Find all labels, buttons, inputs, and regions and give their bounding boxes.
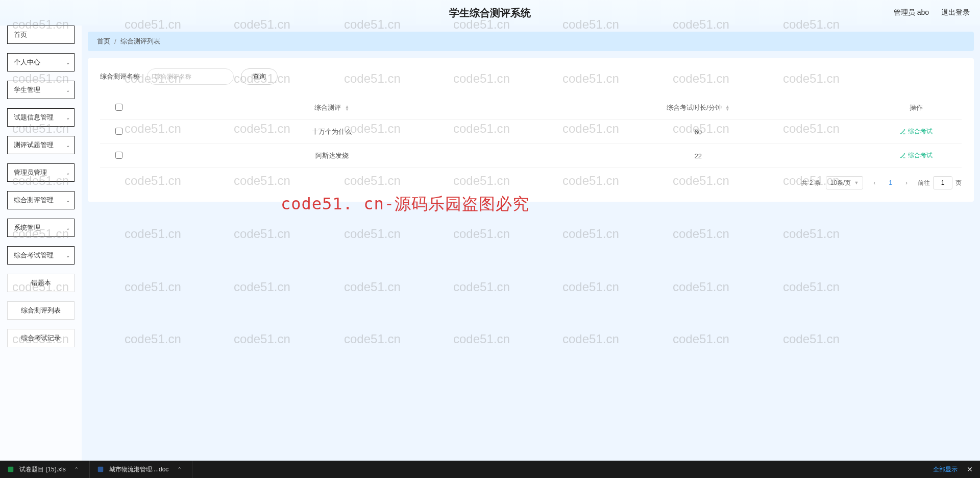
chevron-down-icon: ⌄ (66, 60, 70, 65)
app-window: 学生综合测评系统 管理员 abo 退出登录 首页个人中心⌄学生管理⌄试题信息管理… (0, 0, 980, 461)
sidebar-item-label: 综合测评列表 (21, 306, 61, 315)
sidebar-item-0[interactable]: 首页 (7, 26, 75, 44)
data-table: 综合测评 ▲▼ 综合考试时长/分钟 ▲▼ 操作 十万个为什么60综合考试阿斯达发… (100, 96, 962, 168)
sort-icon[interactable]: ▲▼ (725, 105, 729, 111)
select-all-checkbox[interactable] (115, 104, 122, 111)
sidebar-item-label: 综合考试记录 (21, 333, 61, 343)
taskbar-file-label: 城市物流港管理....doc (109, 465, 169, 474)
page-current[interactable]: 1 (886, 179, 895, 186)
sidebar[interactable]: 首页个人中心⌄学生管理⌄试题信息管理⌄测评试题管理⌄管理员管理⌄综合测评管理⌄系… (0, 26, 82, 461)
admin-label[interactable]: 管理员 abo (894, 8, 929, 17)
search-row: 综合测评名称 查询 (100, 68, 962, 85)
col-duration[interactable]: 综合考试时长/分钟 (667, 104, 722, 111)
cell-name: 阿斯达发烧 (138, 144, 526, 168)
taskbar-file-1[interactable]: 城市物流港管理....doc⌃ (90, 461, 193, 478)
chevron-down-icon: ⌄ (66, 198, 70, 203)
sidebar-item-7[interactable]: 系统管理⌄ (7, 219, 75, 237)
sidebar-item-10[interactable]: 综合测评列表 (7, 301, 75, 320)
sidebar-item-8[interactable]: 综合考试管理⌄ (7, 246, 75, 265)
sidebar-item-label: 个人中心 (14, 58, 40, 67)
pagination: 共 2 条 10条/页 ▼ ‹ 1 › 前往 页 (100, 168, 962, 192)
sidebar-item-2[interactable]: 学生管理⌄ (7, 81, 75, 99)
page-next[interactable]: › (900, 177, 913, 189)
sidebar-item-label: 综合测评管理 (14, 196, 54, 205)
chevron-down-icon: ▼ (854, 180, 859, 185)
row-checkbox[interactable] (115, 152, 122, 159)
sidebar-item-3[interactable]: 试题信息管理⌄ (7, 108, 75, 127)
taskbar-close-icon[interactable]: ✕ (967, 465, 973, 473)
chevron-down-icon: ⌄ (66, 170, 70, 176)
col-action: 操作 (910, 104, 923, 111)
chevron-down-icon: ⌄ (66, 115, 70, 121)
search-label: 综合测评名称 (100, 72, 140, 81)
sidebar-item-1[interactable]: 个人中心⌄ (7, 53, 75, 71)
col-name[interactable]: 综合测评 (314, 104, 341, 111)
sidebar-item-9[interactable]: 错题本 (7, 274, 75, 292)
breadcrumb-home[interactable]: 首页 (97, 37, 110, 46)
row-checkbox[interactable] (115, 128, 122, 135)
sidebar-item-5[interactable]: 管理员管理⌄ (7, 163, 75, 182)
sidebar-item-label: 综合考试管理 (14, 251, 54, 260)
page-prev[interactable]: ‹ (868, 177, 880, 189)
table-row: 十万个为什么60综合考试 (100, 120, 962, 144)
page-jump-input[interactable] (933, 176, 952, 189)
sidebar-item-label: 测评试题管理 (14, 140, 54, 150)
header-right: 管理员 abo 退出登录 (894, 8, 970, 17)
body: 首页个人中心⌄学生管理⌄试题信息管理⌄测评试题管理⌄管理员管理⌄综合测评管理⌄系… (0, 26, 980, 461)
taskbar-file-0[interactable]: 试卷题目 (15).xls⌃ (0, 461, 90, 478)
sidebar-item-label: 错题本 (31, 278, 51, 288)
sidebar-item-6[interactable]: 综合测评管理⌄ (7, 191, 75, 209)
page-size-select[interactable]: 10条/页 ▼ (826, 176, 864, 189)
sort-icon[interactable]: ▲▼ (345, 105, 349, 111)
breadcrumb: 首页 / 综合测评列表 (88, 32, 974, 51)
action-exam-link[interactable]: 综合考试 (900, 127, 933, 136)
sidebar-item-label: 试题信息管理 (14, 113, 54, 122)
search-button[interactable]: 查询 (241, 68, 278, 85)
search-input[interactable] (147, 68, 234, 85)
sidebar-item-label: 学生管理 (14, 85, 40, 94)
chevron-up-icon[interactable]: ⌃ (174, 466, 185, 473)
sidebar-item-label: 管理员管理 (14, 168, 47, 177)
breadcrumb-separator: / (114, 38, 116, 45)
table-row: 阿斯达发烧22综合考试 (100, 144, 962, 168)
chevron-down-icon: ⌄ (66, 87, 70, 93)
svg-rect-0 (8, 467, 14, 472)
page-jump: 前往 页 (918, 176, 962, 189)
cell-duration: 60 (526, 120, 870, 144)
logout-link[interactable]: 退出登录 (941, 8, 970, 17)
chevron-down-icon: ⌄ (66, 225, 70, 231)
svg-rect-1 (97, 467, 103, 472)
breadcrumb-current: 综合测评列表 (120, 37, 160, 46)
pagination-total: 共 2 条 (801, 179, 820, 187)
sidebar-item-label: 首页 (14, 30, 27, 39)
taskbar-file-label: 试卷题目 (15).xls (19, 465, 66, 474)
taskbar: 试卷题目 (15).xls⌃城市物流港管理....doc⌃ 全部显示 ✕ (0, 461, 980, 478)
sidebar-item-label: 系统管理 (14, 223, 40, 232)
cell-duration: 22 (526, 144, 870, 168)
sidebar-item-11[interactable]: 综合考试记录 (7, 329, 75, 347)
content-panel: 综合测评名称 查询 综合测评 ▲▼ 综合考试时长/分钟 (88, 58, 974, 202)
sidebar-item-4[interactable]: 测评试题管理⌄ (7, 136, 75, 154)
chevron-down-icon: ⌄ (66, 142, 70, 148)
header: 学生综合测评系统 管理员 abo 退出登录 (0, 0, 980, 26)
app-title: 学生综合测评系统 (449, 6, 531, 20)
main: 首页 / 综合测评列表 综合测评名称 查询 综合测评 (82, 26, 980, 461)
cell-name: 十万个为什么 (138, 120, 526, 144)
action-exam-link[interactable]: 综合考试 (900, 151, 933, 160)
file-icon (97, 466, 104, 473)
chevron-up-icon[interactable]: ⌃ (71, 466, 82, 473)
chevron-down-icon: ⌄ (66, 253, 70, 258)
file-icon (7, 466, 14, 473)
taskbar-show-all[interactable]: 全部显示 (933, 465, 958, 474)
